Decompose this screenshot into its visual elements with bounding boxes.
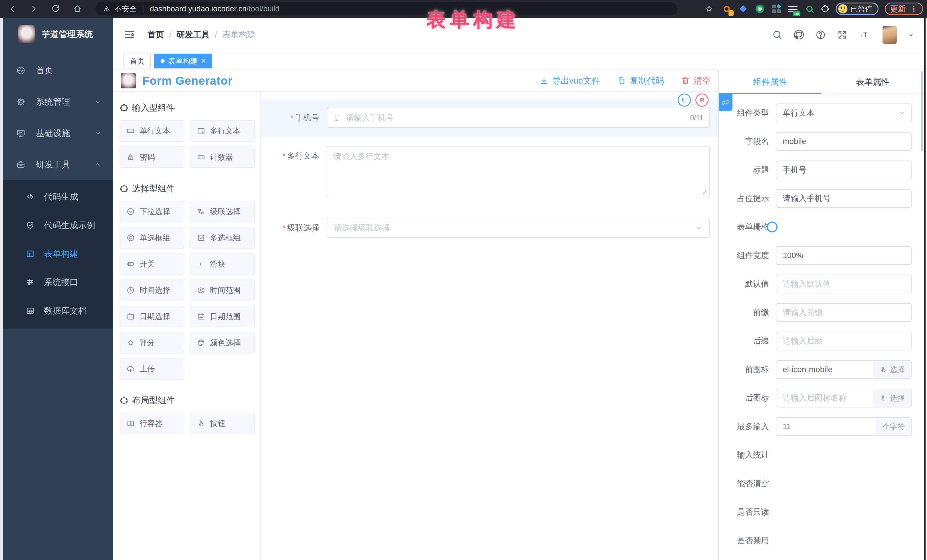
chip-button[interactable]: 按钮: [190, 413, 255, 434]
tab-form-builder[interactable]: 表单构建 ×: [154, 54, 212, 68]
chip-radio-group[interactable]: 单选框组: [120, 227, 184, 249]
github-icon[interactable]: [793, 29, 804, 40]
close-icon[interactable]: ×: [201, 57, 206, 65]
prop-row-input-stat: 输入统计: [719, 441, 912, 469]
copy-code-button[interactable]: 复制代码: [617, 75, 664, 87]
canvas-field-mobile[interactable]: *手机号 0/11: [261, 99, 718, 137]
chip-checkbox-group[interactable]: 多选框组: [190, 227, 255, 249]
extension-grid[interactable]: [771, 4, 781, 14]
chip-textarea[interactable]: 多行文本: [190, 120, 255, 142]
sidebar: 芋道管理系统 首页 系统管理 基础设施: [3, 18, 112, 560]
extension-ring[interactable]: 1: [722, 4, 732, 14]
home-icon[interactable]: [73, 4, 82, 14]
prefix-icon-pick-button[interactable]: 选择: [873, 360, 912, 379]
browser-menu-icon[interactable]: ⋮: [910, 4, 918, 14]
extension-gem[interactable]: [738, 4, 748, 14]
forward-icon[interactable]: [29, 4, 39, 14]
clock-icon: [126, 286, 135, 294]
sidebar-item-home[interactable]: 首页: [3, 55, 112, 86]
canvas-field-textarea[interactable]: *多行文本: [261, 137, 718, 206]
duplicate-field-button[interactable]: [678, 94, 691, 107]
chip-date-picker[interactable]: 日期选择: [120, 306, 184, 327]
chip-color-picker[interactable]: 颜色选择: [190, 332, 255, 354]
update-button[interactable]: 更新⋮: [885, 3, 923, 15]
sidebar-item-devtools[interactable]: 研发工具: [3, 149, 112, 180]
help-icon[interactable]: [815, 29, 826, 40]
hamburger-icon[interactable]: [123, 28, 136, 41]
sidebar-item-form-builder[interactable]: 表单构建: [3, 240, 112, 268]
update-label: 更新: [890, 4, 906, 14]
tab-form-props[interactable]: 表单属性: [821, 70, 924, 94]
reload-icon[interactable]: [51, 4, 61, 14]
breadcrumb-devtools[interactable]: 研发工具: [176, 29, 210, 41]
resize-handle-icon[interactable]: [702, 189, 707, 194]
back-icon[interactable]: [8, 4, 17, 14]
chip-slider[interactable]: 滑块: [190, 253, 255, 275]
app-logo-image: [18, 25, 35, 43]
tab-home[interactable]: 首页: [123, 54, 151, 68]
app-logo-row[interactable]: 芋道管理系统: [3, 18, 112, 51]
extensions-puzzle-icon[interactable]: [821, 5, 830, 13]
cascader-select[interactable]: 请选择级联选择: [327, 218, 710, 238]
chip-label: 单行文本: [140, 126, 170, 136]
textarea-input[interactable]: [327, 146, 710, 197]
chip-rate[interactable]: 评分: [120, 332, 184, 354]
sidebar-item-db-doc[interactable]: 数据库文档: [3, 296, 112, 325]
prefix-input[interactable]: [776, 303, 912, 322]
delete-field-button[interactable]: [695, 94, 708, 107]
field-link-toggle[interactable]: [719, 94, 732, 111]
avatar[interactable]: [883, 26, 897, 44]
chip-label: 上传: [140, 364, 155, 374]
bookmark-star-icon[interactable]: [705, 4, 714, 14]
font-size-icon[interactable]: [859, 29, 869, 40]
profile-paused-pill[interactable]: 已暂停: [836, 3, 878, 15]
search-icon[interactable]: [772, 29, 783, 40]
chip-time-picker[interactable]: 时间选择: [120, 279, 184, 301]
caret-down-icon[interactable]: [907, 31, 915, 38]
suffix-icon-input[interactable]: [776, 389, 873, 407]
sidebar-item-codegen[interactable]: 代码生成: [3, 182, 112, 211]
prop-label: 前图标: [719, 364, 776, 375]
chip-upload[interactable]: 上传: [120, 358, 184, 380]
export-vue-button[interactable]: 导出vue文件: [539, 75, 600, 87]
chip-label: 密码: [140, 152, 155, 162]
sidebar-item-infra[interactable]: 基础设施: [3, 117, 112, 149]
sidebar-item-system-api[interactable]: 系统接口: [3, 268, 112, 296]
suffix-icon-pick-button[interactable]: 选择: [873, 389, 912, 407]
canvas-field-cascader[interactable]: *级联选择 请选择级联选择: [261, 209, 718, 247]
mobile-input[interactable]: [327, 108, 710, 128]
chip-row-container[interactable]: 行容器: [120, 413, 184, 434]
component-type-select[interactable]: 单行文本: [776, 103, 912, 122]
fullscreen-icon[interactable]: [837, 29, 848, 40]
prop-label: 字段名: [719, 136, 776, 147]
chip-single-line-text[interactable]: 单行文本: [120, 120, 184, 142]
chip-switch[interactable]: 开关: [120, 253, 184, 275]
tab-component-props[interactable]: 组件属性: [719, 70, 821, 94]
extension-key[interactable]: [804, 4, 815, 14]
scrollbar-thumb[interactable]: [921, 71, 923, 151]
breadcrumb-home[interactable]: 首页: [147, 29, 164, 41]
prefix-icon-input[interactable]: [776, 360, 873, 379]
chip-password[interactable]: 密码: [120, 146, 184, 168]
chip-cascader[interactable]: 级联选择: [190, 201, 255, 222]
sidebar-item-system[interactable]: 系统管理: [3, 86, 112, 117]
field-name-input[interactable]: [776, 132, 912, 151]
title-input[interactable]: [776, 161, 912, 179]
slider-handle[interactable]: [767, 222, 778, 232]
placeholder-input[interactable]: [776, 189, 912, 208]
chip-select[interactable]: 下拉选择: [120, 201, 184, 222]
extension-green-circle[interactable]: [755, 4, 765, 14]
sidebar-item-codegen-demo[interactable]: 代码生成示例: [3, 211, 112, 240]
chip-time-range[interactable]: 时间范围: [190, 279, 255, 301]
chip-label: 计数器: [210, 152, 233, 162]
width-input[interactable]: [776, 246, 912, 265]
clear-button[interactable]: 清空: [681, 75, 711, 87]
prop-row-suffix: 后缀: [719, 327, 912, 355]
default-value-input[interactable]: [776, 275, 912, 293]
max-length-input[interactable]: [776, 417, 876, 436]
suffix-input[interactable]: [776, 332, 912, 351]
chip-counter[interactable]: 计数器: [190, 146, 255, 168]
url-bar[interactable]: 不安全 dashboard.yudao.iocoder.cn/tool/buil…: [96, 2, 678, 15]
extension-list[interactable]: on: [788, 4, 798, 14]
chip-date-range[interactable]: 日期范围: [190, 306, 255, 327]
